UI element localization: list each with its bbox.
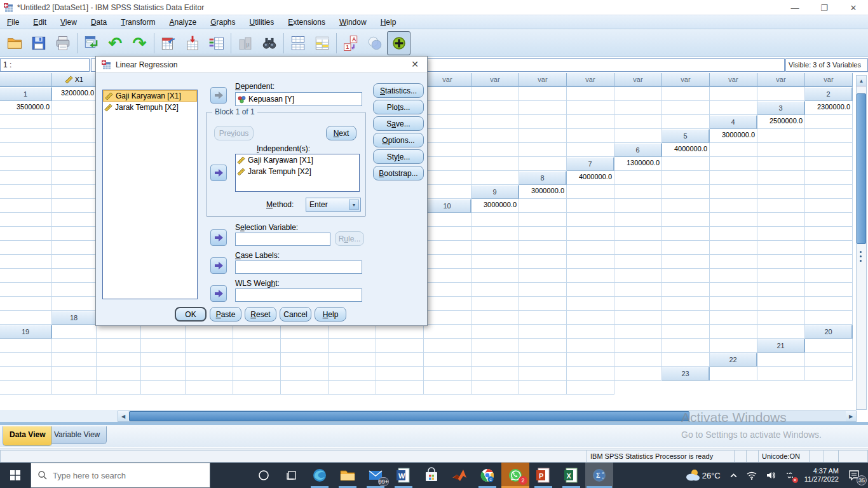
data-cell[interactable]	[52, 339, 97, 353]
data-cell[interactable]	[424, 87, 471, 101]
scroll-up-icon[interactable]: ▲	[857, 76, 866, 86]
data-cell[interactable]	[614, 241, 662, 255]
rule-button[interactable]: Rule...	[335, 231, 364, 246]
data-cell[interactable]	[52, 255, 97, 269]
data-cell[interactable]	[376, 367, 424, 381]
data-cell[interactable]	[519, 213, 567, 227]
case-labels-field[interactable]	[235, 261, 362, 274]
data-cell[interactable]	[519, 227, 567, 241]
data-cell[interactable]	[614, 199, 662, 213]
data-cell[interactable]	[805, 171, 853, 185]
data-cell[interactable]	[662, 171, 710, 185]
data-cell[interactable]	[424, 143, 471, 157]
data-cell[interactable]	[757, 283, 805, 297]
data-cell[interactable]	[757, 297, 805, 311]
data-cell[interactable]	[662, 353, 710, 367]
data-cell[interactable]	[233, 381, 281, 395]
data-cell[interactable]	[567, 381, 614, 395]
save-button[interactable]: Save...	[373, 116, 424, 131]
data-cell[interactable]	[662, 325, 710, 339]
statistics-button[interactable]: Statistics...	[373, 83, 424, 98]
data-cell[interactable]	[757, 185, 805, 199]
data-cell[interactable]	[805, 129, 853, 143]
value-labels-toggle-icon[interactable]: A1	[339, 31, 362, 55]
data-cell[interactable]	[0, 115, 52, 129]
column-header-x1[interactable]: X1	[52, 73, 97, 87]
horizontal-scroll-thumb[interactable]	[129, 411, 689, 421]
next-button[interactable]: Next	[326, 126, 356, 140]
data-cell[interactable]	[710, 255, 757, 269]
data-cell[interactable]	[805, 213, 853, 227]
data-cell[interactable]	[471, 143, 519, 157]
data-cell[interactable]	[710, 87, 757, 101]
data-cell[interactable]	[757, 143, 805, 157]
data-cell[interactable]	[567, 115, 614, 129]
cell-x1-row5[interactable]: 3000000.0	[710, 129, 757, 143]
data-cell[interactable]	[662, 101, 710, 115]
undo-icon[interactable]: ↶	[104, 31, 127, 55]
data-cell[interactable]	[710, 283, 757, 297]
cortana-icon[interactable]	[250, 463, 278, 488]
data-cell[interactable]	[281, 367, 329, 381]
data-cell[interactable]	[0, 311, 52, 325]
data-cell[interactable]	[0, 227, 52, 241]
data-cell[interactable]	[471, 381, 519, 395]
goto-variable-icon[interactable]	[180, 31, 204, 55]
data-cell[interactable]	[757, 367, 805, 381]
scroll-left-icon[interactable]: ◀	[118, 411, 128, 421]
column-header-var[interactable]: var	[805, 73, 853, 87]
options-button[interactable]: Options...	[373, 133, 424, 147]
close-button[interactable]: ✕	[839, 0, 868, 15]
data-cell[interactable]	[52, 241, 97, 255]
row-number[interactable]: 9	[471, 185, 519, 199]
dialog-close-icon[interactable]: ✕	[405, 58, 424, 71]
data-cell[interactable]	[662, 115, 710, 129]
horizontal-scrollbar[interactable]: ◀ ▶	[118, 410, 857, 422]
data-cell[interactable]	[329, 325, 376, 339]
column-header-var[interactable]: var	[614, 73, 662, 87]
data-cell[interactable]	[471, 269, 519, 283]
data-cell[interactable]	[519, 339, 567, 353]
cell-x1-row6[interactable]: 4000000.0	[662, 143, 710, 157]
data-cell[interactable]	[757, 171, 805, 185]
data-cell[interactable]	[0, 213, 52, 227]
data-cell[interactable]	[471, 283, 519, 297]
data-cell[interactable]	[424, 129, 471, 143]
data-cell[interactable]	[471, 171, 519, 185]
data-cell[interactable]	[0, 255, 52, 269]
data-cell[interactable]	[519, 325, 567, 339]
cell-x1-row2[interactable]: 3500000.0	[0, 101, 52, 115]
cell-x1-row21[interactable]	[805, 339, 853, 353]
data-cell[interactable]	[710, 213, 757, 227]
independents-list[interactable]: Gaji Karyawan [X1]Jarak Tempuh [X2]	[235, 154, 360, 192]
data-cell[interactable]	[424, 185, 471, 199]
variables-icon[interactable]	[205, 31, 228, 55]
data-cell[interactable]	[519, 129, 567, 143]
data-cell[interactable]	[567, 339, 614, 353]
move-independent-button[interactable]	[210, 165, 227, 181]
data-cell[interactable]	[567, 297, 614, 311]
data-cell[interactable]	[662, 339, 710, 353]
restore-button[interactable]: ❐	[810, 0, 839, 15]
data-cell[interactable]	[805, 353, 853, 367]
data-cell[interactable]	[710, 171, 757, 185]
data-cell[interactable]	[519, 199, 567, 213]
minimize-button[interactable]: —	[780, 0, 810, 15]
tab-data-view[interactable]: Data View	[3, 426, 52, 446]
tray-clock[interactable]: 4:37 AM 11/27/2022	[799, 467, 844, 484]
data-cell[interactable]	[186, 353, 233, 367]
powerpoint-icon[interactable]: P	[529, 463, 557, 488]
data-cell[interactable]	[805, 269, 853, 283]
data-cell[interactable]	[424, 311, 471, 325]
sync-error-icon[interactable]: ✕	[780, 463, 799, 488]
data-cell[interactable]	[97, 339, 141, 353]
excel-icon[interactable]: X	[557, 463, 585, 488]
data-cell[interactable]	[233, 325, 281, 339]
data-cell[interactable]	[471, 227, 519, 241]
data-cell[interactable]	[710, 101, 757, 115]
variable-list-item[interactable]: Jarak Tempuh [X2]	[103, 102, 197, 113]
data-cell[interactable]	[424, 241, 471, 255]
data-cell[interactable]	[710, 157, 757, 171]
data-cell[interactable]	[614, 171, 662, 185]
data-cell[interactable]	[329, 339, 376, 353]
